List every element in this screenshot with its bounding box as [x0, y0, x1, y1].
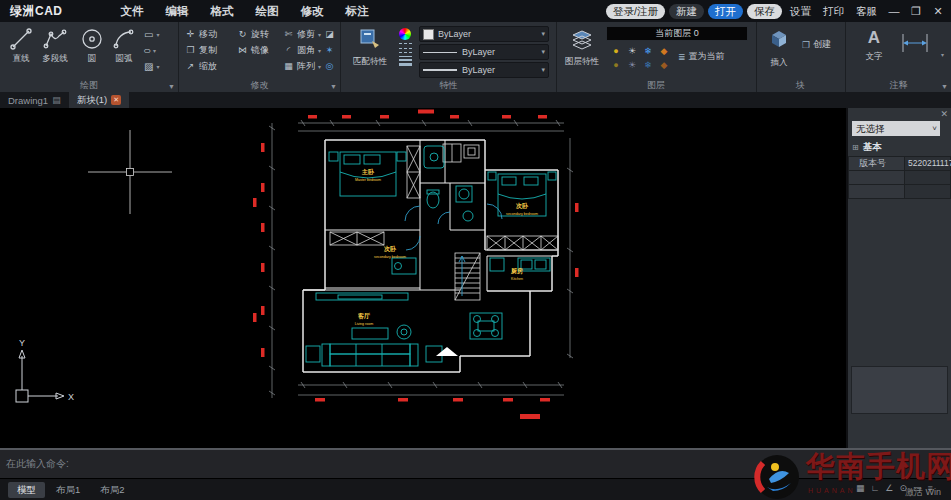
layer-state-icons: ● ☀ ❄ ◆ ● ☀ ❄ ◆: [608, 46, 672, 74]
room-label-kitchen-en[interactable]: Kitchen: [511, 277, 523, 281]
trim-button[interactable]: ✄ 修剪 ▾: [283, 28, 321, 40]
room-label-master-en[interactable]: Master bedroom: [355, 178, 381, 182]
osnap-toggle-icon[interactable]: ⊙: [899, 483, 907, 493]
polyline-tool-button[interactable]: 多段线: [39, 26, 71, 65]
linetype-dropdown[interactable]: ByLayer ▾: [419, 44, 549, 60]
open-button[interactable]: 打开: [708, 4, 743, 19]
layer-thaw-icon[interactable]: ☀: [624, 60, 640, 74]
tab-layout1[interactable]: 布局1: [47, 482, 89, 498]
layer-off-icon[interactable]: ●: [608, 60, 624, 74]
color-wheel-icon[interactable]: [399, 28, 411, 40]
tab-layout2[interactable]: 布局2: [91, 482, 133, 498]
layer-freeze2-icon[interactable]: ❄: [640, 60, 656, 74]
expand-section-icon[interactable]: ⊞: [852, 143, 859, 152]
set-current-layer-button[interactable]: ≣ 置为当前: [678, 50, 725, 63]
maximize-button[interactable]: ❐: [907, 5, 925, 18]
tab-model[interactable]: 模型: [8, 482, 45, 498]
print-button[interactable]: 打印: [819, 4, 848, 19]
save-button[interactable]: 保存: [747, 4, 782, 19]
layer-sun-icon[interactable]: ☀: [624, 46, 640, 60]
command-line-bar[interactable]: 在此输入命令:: [0, 448, 951, 478]
room-label-living-en[interactable]: Living room: [355, 322, 374, 326]
current-layer-display[interactable]: 当前图层 0: [606, 26, 748, 41]
basic-section-header[interactable]: ⊞ 基本: [852, 141, 882, 154]
line-tool-button[interactable]: 直线: [5, 26, 37, 65]
room-label-bedroom2-cn[interactable]: 次卧: [384, 245, 397, 253]
match-properties-button[interactable]: 匹配特性: [347, 27, 393, 68]
fillet-button[interactable]: ◜ 圆角 ▾: [283, 44, 321, 56]
lineweight-icon[interactable]: [399, 56, 412, 66]
property-row-empty: [848, 184, 951, 199]
room-label-kitchen-cn[interactable]: 厨房: [510, 267, 523, 275]
grid-toggle-icon[interactable]: ▦: [856, 483, 865, 493]
room-labels[interactable]: 主卧 Master bedroom 次卧 secondary bedroom 次…: [355, 168, 538, 326]
layer-lock-icon[interactable]: ◆: [656, 46, 672, 60]
minimize-button[interactable]: —: [885, 5, 903, 17]
room-label-bedroom3-cn[interactable]: 次卧: [516, 202, 529, 210]
create-block-button[interactable]: ❐ 创建: [802, 38, 831, 51]
built-in-closets[interactable]: [330, 144, 558, 300]
selection-dropdown[interactable]: 无选择 ˅: [852, 121, 940, 136]
dining-table[interactable]: [470, 313, 502, 339]
bedroom2-desk[interactable]: [392, 258, 416, 274]
move-button[interactable]: ✛ 移动: [185, 28, 217, 40]
menu-annotate[interactable]: 标注: [346, 4, 369, 19]
polar-toggle-icon[interactable]: ∠: [885, 483, 893, 493]
login-button[interactable]: 登录/注册: [606, 4, 665, 19]
new-button[interactable]: 新建: [669, 4, 704, 19]
room-label-bedroom3-en[interactable]: secondary bedroom: [506, 212, 538, 216]
copy-button[interactable]: ❐ 复制: [185, 44, 217, 56]
color-dropdown[interactable]: ByLayer ▾: [419, 26, 549, 42]
array-button[interactable]: ▦ 阵列 ▾: [283, 60, 321, 72]
mirror-button[interactable]: ⋈ 镜像: [237, 44, 269, 56]
rotate-button[interactable]: ↻ 旋转: [237, 28, 269, 40]
drawing-canvas[interactable]: 主卧 Master bedroom 次卧 secondary bedroom 次…: [0, 108, 846, 448]
room-label-bedroom2-en[interactable]: secondary bedroom: [374, 255, 406, 259]
tab-drawing1[interactable]: Drawing1 ▤: [0, 92, 69, 108]
modify-panel-expand-icon[interactable]: ▼: [330, 83, 337, 90]
layer-on-icon[interactable]: ●: [608, 46, 624, 60]
menu-draw[interactable]: 绘图: [256, 4, 279, 19]
lineweight-toggle-icon[interactable]: ▭: [913, 483, 922, 493]
layer-properties-button[interactable]: 图层特性: [560, 27, 604, 68]
insert-block-label: 插入: [762, 57, 796, 69]
offset-button[interactable]: ◎: [324, 60, 335, 72]
erase-button[interactable]: ◪: [324, 28, 335, 40]
lineweight-dropdown[interactable]: ByLayer ▾: [419, 62, 549, 78]
close-button[interactable]: ✕: [929, 5, 947, 18]
inspector-close-icon[interactable]: ✕: [940, 109, 948, 119]
rectangle-tool-button[interactable]: ▭ ▾: [144, 27, 159, 41]
explode-button[interactable]: ✶: [324, 44, 335, 56]
hatch-tool-button[interactable]: ▨ ▾: [144, 59, 159, 73]
entrance-door[interactable]: [436, 347, 458, 356]
chevron-down-icon: ▾: [156, 63, 159, 70]
chevron-down-icon: ▾: [153, 47, 156, 54]
room-label-living-cn[interactable]: 客厅: [357, 312, 370, 320]
room-label-master-cn[interactable]: 主卧: [361, 168, 375, 175]
menu-file[interactable]: 文件: [121, 4, 144, 19]
workspace-icon[interactable]: ≡: [927, 483, 932, 493]
linetype-icon[interactable]: [399, 43, 412, 53]
living-room-furniture[interactable]: [306, 293, 442, 366]
circle-tool-button[interactable]: 圆: [76, 26, 108, 65]
scale-button[interactable]: ↗ 缩放: [185, 60, 217, 72]
insert-block-button[interactable]: 插入: [762, 26, 796, 69]
layer-freeze-icon[interactable]: ❄: [640, 46, 656, 60]
menu-format[interactable]: 格式: [211, 4, 234, 19]
text-tool-button[interactable]: A 文字: [860, 26, 888, 63]
ortho-toggle-icon[interactable]: ∟: [871, 483, 880, 493]
arc-tool-button[interactable]: 圆弧: [108, 26, 140, 65]
support-button[interactable]: 客服: [852, 4, 881, 19]
layer-unlock-icon[interactable]: ◆: [656, 60, 672, 74]
text-icon: A: [860, 26, 888, 50]
menu-edit[interactable]: 编辑: [166, 4, 189, 19]
annotation-panel-expand-icon[interactable]: ▼: [941, 83, 948, 90]
dimension-tool-button[interactable]: ▾: [898, 32, 936, 58]
tab-close-icon[interactable]: ✕: [111, 95, 121, 105]
menu-modify[interactable]: 修改: [301, 4, 324, 19]
settings-button[interactable]: 设置: [786, 4, 815, 19]
draw-panel-expand-icon[interactable]: ▼: [168, 83, 175, 90]
command-prompt[interactable]: 在此输入命令:: [6, 457, 69, 471]
ellipse-tool-button[interactable]: ○ ▾: [144, 43, 159, 57]
tab-new-block[interactable]: 新块(1) ✕: [69, 92, 130, 108]
